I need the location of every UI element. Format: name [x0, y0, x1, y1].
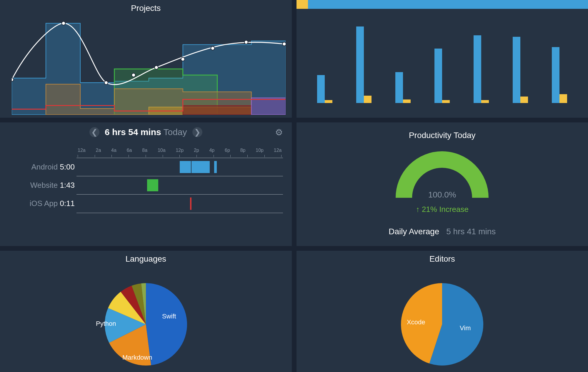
- svg-point-7: [244, 40, 248, 44]
- productivity-gauge: [395, 151, 489, 201]
- today-panel: ❮ 6 hrs 54 mins Today ❯ ⚙ 12a2a4a 6a8a10…: [0, 122, 292, 246]
- svg-point-4: [154, 66, 158, 69]
- svg-text:Swift: Swift: [162, 313, 176, 320]
- timeline-row-android: [76, 158, 283, 176]
- svg-point-5: [181, 57, 184, 61]
- arrow-up-icon: ↑: [416, 205, 420, 214]
- projects-panel: Projects: [0, 0, 292, 118]
- timeline-axis: 12a2a4a 6a8a10a 12p2p4p 6p8p10p 12a: [76, 148, 283, 155]
- editors-panel: Editors Vim Xcode: [297, 251, 588, 372]
- svg-point-1: [62, 21, 65, 25]
- languages-pie: Swift Markdown Python: [90, 268, 202, 372]
- editors-title: Editors: [297, 251, 588, 264]
- projects-chart: [12, 14, 286, 115]
- next-day-button[interactable]: ❯: [192, 127, 202, 137]
- productivity-title: Productivity Today: [297, 127, 588, 140]
- svg-point-8: [282, 42, 286, 46]
- daily-average: Daily Average 5 hrs 41 mins: [297, 227, 588, 236]
- svg-point-2: [104, 81, 108, 84]
- timeline-row-ios: [76, 195, 283, 213]
- weekly-bars-panel: [297, 0, 588, 118]
- timeline-row-website: [76, 176, 283, 195]
- svg-text:Vim: Vim: [460, 324, 471, 332]
- today-title: 6 hrs 54 mins Today: [105, 127, 187, 137]
- projects-title: Projects: [0, 0, 292, 13]
- gear-icon[interactable]: ⚙: [275, 127, 283, 137]
- editors-pie: Vim Xcode: [386, 268, 498, 372]
- svg-point-3: [132, 73, 135, 77]
- svg-point-0: [12, 78, 14, 81]
- row-label-website: Website 1:43: [30, 181, 75, 190]
- svg-text:Xcode: Xcode: [407, 318, 425, 326]
- productivity-panel: Productivity Today 100.0% ↑ 21% Increase…: [297, 122, 588, 246]
- productivity-change: ↑ 21% Increase: [297, 205, 588, 214]
- timeline-rows: [76, 158, 283, 213]
- bar-chart: [305, 18, 579, 103]
- row-label-ios: iOS App 0:11: [30, 199, 75, 208]
- svg-text:Markdown: Markdown: [122, 354, 152, 361]
- row-label-android: Android 5:00: [31, 162, 75, 172]
- svg-text:Python: Python: [96, 320, 116, 327]
- languages-title: Languages: [0, 251, 292, 264]
- languages-panel: Languages: [0, 251, 292, 372]
- svg-point-6: [211, 46, 214, 50]
- prev-day-button[interactable]: ❮: [89, 127, 99, 137]
- top-split-bar: [297, 0, 588, 9]
